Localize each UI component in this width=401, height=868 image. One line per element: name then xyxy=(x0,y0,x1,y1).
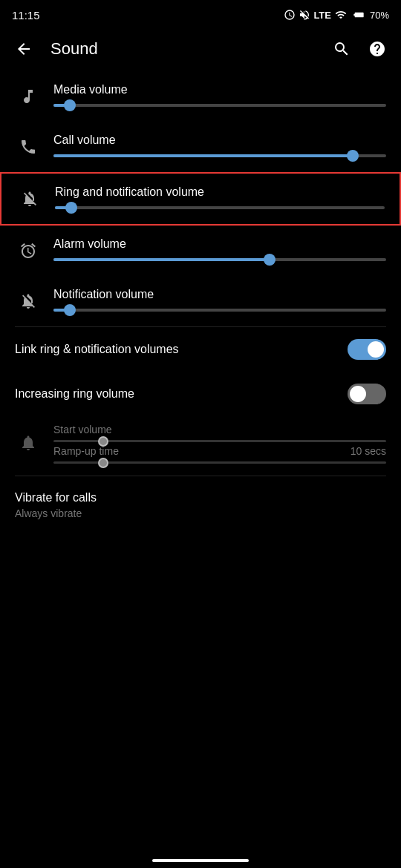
media-volume-content: Media volume xyxy=(53,83,386,110)
ring-notification-volume-section: Ring and notification volume xyxy=(0,172,401,226)
call-volume-label: Call volume xyxy=(53,134,386,147)
ring-notification-volume-label: Ring and notification volume xyxy=(55,185,385,199)
alarm-volume-label: Alarm volume xyxy=(53,237,386,251)
ramp-up-slider[interactable] xyxy=(53,461,386,464)
search-button[interactable] xyxy=(327,34,356,64)
page-title: Sound xyxy=(50,39,321,59)
call-volume-section: Call volume xyxy=(0,122,401,172)
battery-icon xyxy=(351,9,367,21)
battery-percent: 70% xyxy=(370,10,389,21)
ramp-up-label: Ramp-up time xyxy=(53,445,119,457)
phone-icon xyxy=(15,138,42,156)
alarm-status-icon xyxy=(284,9,296,21)
vibrate-section[interactable]: Vibrate for calls Always vibrate xyxy=(0,476,401,534)
increasing-ring-toggle-thumb xyxy=(350,386,366,402)
mute-bell-icon xyxy=(16,190,43,208)
alarm-volume-section: Alarm volume xyxy=(0,226,401,276)
media-volume-label: Media volume xyxy=(53,83,386,96)
status-time: 11:15 xyxy=(12,9,40,22)
notification-mute-icon xyxy=(15,292,42,310)
ramp-up-value: 10 secs xyxy=(351,445,386,457)
start-volume-content: Start volume Ramp-up time 10 secs xyxy=(53,419,386,467)
ring-notification-volume-content: Ring and notification volume xyxy=(55,185,385,212)
notification-volume-content: Notification volume xyxy=(53,288,386,315)
vibrate-subtitle: Always vibrate xyxy=(15,507,386,519)
call-volume-slider[interactable] xyxy=(53,154,386,157)
notification-volume-label: Notification volume xyxy=(53,288,386,301)
notification-volume-section: Notification volume xyxy=(0,276,401,326)
media-volume-section: Media volume xyxy=(0,71,401,122)
toolbar: Sound xyxy=(0,27,401,71)
increasing-ring-toggle[interactable] xyxy=(348,384,386,404)
alarm-clock-icon xyxy=(15,242,42,260)
help-button[interactable] xyxy=(362,34,392,64)
alarm-volume-content: Alarm volume xyxy=(53,237,386,264)
link-ring-label: Link ring & notification volumes xyxy=(15,342,293,358)
home-bar xyxy=(152,859,249,862)
link-ring-toggle-thumb xyxy=(368,341,384,358)
home-indicator xyxy=(0,850,401,868)
call-volume-content: Call volume xyxy=(53,134,386,160)
increasing-ring-row[interactable]: Increasing ring volume xyxy=(0,372,401,416)
music-note-icon xyxy=(15,88,42,105)
vibrate-title: Vibrate for calls xyxy=(15,491,386,504)
link-ring-row[interactable]: Link ring & notification volumes xyxy=(0,327,401,372)
status-bar: 11:15 LTE 70% xyxy=(0,0,401,27)
start-volume-label: Start volume xyxy=(53,424,386,435)
ramp-row: Ramp-up time 10 secs xyxy=(53,445,386,457)
increasing-ring-label: Increasing ring volume xyxy=(15,387,293,402)
signal-icon xyxy=(334,9,348,21)
back-button[interactable] xyxy=(9,34,39,64)
status-icons: LTE 70% xyxy=(284,9,389,21)
link-ring-toggle[interactable] xyxy=(348,339,386,360)
increasing-ring-detail: Start volume Ramp-up time 10 secs xyxy=(0,416,401,467)
media-volume-slider[interactable] xyxy=(53,104,386,107)
notification-volume-slider[interactable] xyxy=(53,309,386,312)
network-label: LTE xyxy=(313,10,331,21)
alarm-volume-slider[interactable] xyxy=(53,258,386,261)
ring-notification-volume-slider[interactable] xyxy=(55,206,385,209)
start-volume-slider[interactable] xyxy=(53,440,386,442)
mute-status-icon xyxy=(299,9,310,21)
start-volume-row: Start volume Ramp-up time 10 secs xyxy=(15,419,386,467)
bell-dim-icon xyxy=(15,434,42,452)
